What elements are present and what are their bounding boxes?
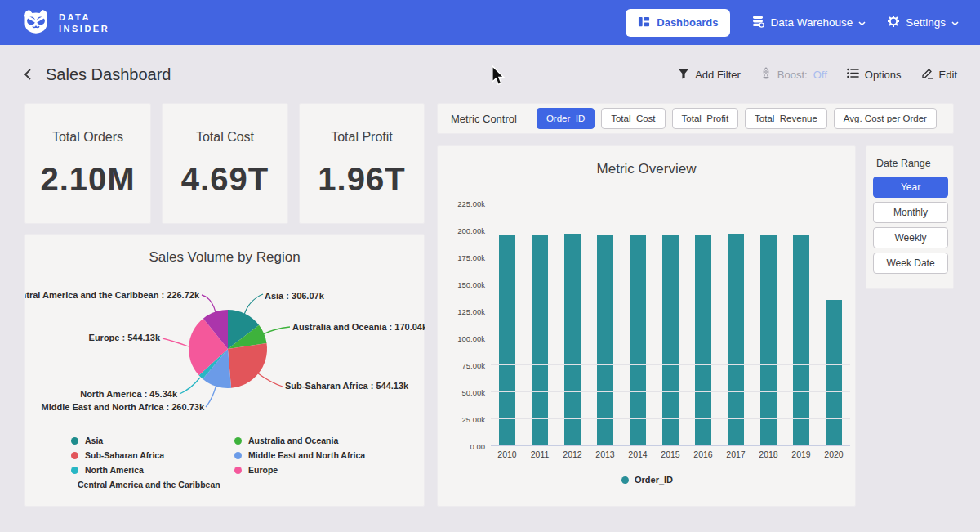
bar-2020[interactable] [826,300,842,446]
dashboards-icon [638,16,650,30]
date-range-panel: Date Range YearMonthlyWeeklyWeek Date [866,145,954,289]
gridline [491,364,850,365]
bar-2013[interactable] [597,235,613,446]
bar-2019[interactable] [793,235,809,447]
pie-label-subsaharan: Sub-Saharan Africa : 544.13k [285,381,409,391]
page-title: Sales Dashboard [46,65,171,84]
gridline [491,391,850,392]
bar-2010[interactable] [499,235,515,446]
chevron-down-icon [951,16,959,29]
gridline [491,311,850,311]
date-range-button-week-date[interactable]: Week Date [873,253,948,274]
metric-button-total-profit[interactable]: Total_Profit [672,108,739,129]
bar-2017[interactable] [728,234,744,446]
add-filter-label: Add Filter [695,69,741,81]
date-range-button-monthly[interactable]: Monthly [873,202,948,223]
bar-2012[interactable] [564,234,581,446]
options-button[interactable]: Options [847,68,902,81]
kpi-label: Total Cost [196,130,254,145]
x-tick-label: 2012 [556,449,589,459]
leader-line [180,378,200,394]
rocket-icon [760,67,772,82]
legend-label: Asia [85,436,103,445]
metric-control-bar: Metric Control Order_IDTotal_CostTotal_P… [437,103,954,134]
edit-label: Edit [939,69,957,81]
data-warehouse-menu[interactable]: Data Warehouse [751,15,866,30]
gear-icon [887,15,900,30]
bar-2018[interactable] [760,235,777,446]
bar-2011[interactable] [532,235,548,447]
y-tick-label: 150.00k [457,280,485,289]
y-tick-label: 125.00k [457,307,485,316]
gridline [491,445,850,446]
y-tick-label: 100.00k [457,334,485,343]
pie-chart: Central America and the Caribbean : 226.… [25,282,425,445]
pie-label-asia: Asia : 306.07k [265,291,325,301]
bar-chart-legend[interactable]: Order_ID [438,475,857,485]
bar-2014[interactable] [630,235,646,446]
kpi-card-total-profit: Total Profit 1.96T [299,103,425,224]
settings-menu[interactable]: Settings [887,15,959,30]
boost-toggle[interactable]: Boost: Off [760,67,827,82]
metric-button-order-id[interactable]: Order_ID [537,108,595,129]
back-button[interactable] [23,68,33,81]
pie-chart-title: Sales Volume by Region [25,235,424,266]
metric-control-buttons: Order_IDTotal_CostTotal_ProfitTotal_Reve… [537,108,937,129]
legend-dot [234,452,242,459]
y-tick-label: 50.00k [461,388,485,397]
legend-label: Central America and the Caribbean [78,480,220,490]
date-range-buttons: YearMonthlyWeeklyWeek Date [873,177,947,274]
list-icon [847,68,859,81]
pie-legend: AsiaSub-Saharan AfricaNorth AmericaCentr… [71,436,365,490]
metric-button-total-cost[interactable]: Total_Cost [601,108,665,129]
database-icon [751,15,764,30]
pie-label-australia: Australia and Oceania : 170.04k [292,322,425,332]
legend-label: Middle East and North Africa [248,450,365,460]
metric-button-total-revenue[interactable]: Total_Revenue [745,108,827,129]
date-range-button-weekly[interactable]: Weekly [873,227,948,248]
legend-dot [71,437,78,445]
brand-line2: INSIDER [59,23,109,34]
x-tick-label: 2017 [719,449,752,459]
kpi-label: Total Orders [52,130,123,145]
date-range-button-year[interactable]: Year [873,177,948,198]
bar-2015[interactable] [662,235,679,446]
legend-item-sub-saharan-africa[interactable]: Sub-Saharan Africa [71,450,212,460]
pie-chart-panel: Sales Volume by Region Central America a… [24,234,425,507]
metric-button-avg-cost-per-order[interactable]: Avg. Cost per Order [834,108,937,129]
edit-button[interactable]: Edit [921,67,957,82]
legend-label: Order_ID [635,475,673,485]
kpi-label: Total Profit [331,130,393,145]
x-tick-label: 2019 [785,449,817,459]
data-warehouse-label: Data Warehouse [770,16,853,29]
brand-logo[interactable]: DATA INSIDER [21,7,109,39]
legend-dot [234,437,242,445]
gridline [491,284,850,284]
leader-line [263,327,290,334]
legend-item-middle-east-and-north-africa[interactable]: Middle East and North Africa [234,450,365,460]
gridline [491,203,850,203]
y-tick-label: 75.00k [461,361,485,370]
pencil-icon [921,67,933,82]
pie-slice-sub-saharan-africa[interactable] [228,343,267,388]
legend-item-australia-and-oceania[interactable]: Australia and Oceania [234,436,365,445]
kpi-value: 1.96T [318,161,405,198]
leader-line [202,295,216,312]
legend-item-north-america[interactable]: North America [71,465,212,475]
legend-dot [71,467,78,474]
legend-label: North America [85,465,144,475]
bar-chart: 225.00k200.00k175.00k150.00k125.00k100.0… [438,195,857,446]
leader-line [244,294,263,315]
date-range-label: Date Range [876,158,947,169]
bar-2016[interactable] [695,235,711,447]
legend-item-asia[interactable]: Asia [71,436,212,445]
add-filter-button[interactable]: Add Filter [678,68,741,82]
gridline [491,257,850,257]
legend-dot [234,467,242,474]
pie-label-north-america: North America : 45.34k [80,389,178,399]
legend-item-europe[interactable]: Europe [234,465,365,475]
dashboards-button[interactable]: Dashboards [626,9,730,37]
legend-item-central-america-and-the-caribbean[interactable]: Central America and the Caribbean [71,480,212,490]
legend-dot [71,452,78,459]
x-tick-label: 2014 [621,449,654,459]
